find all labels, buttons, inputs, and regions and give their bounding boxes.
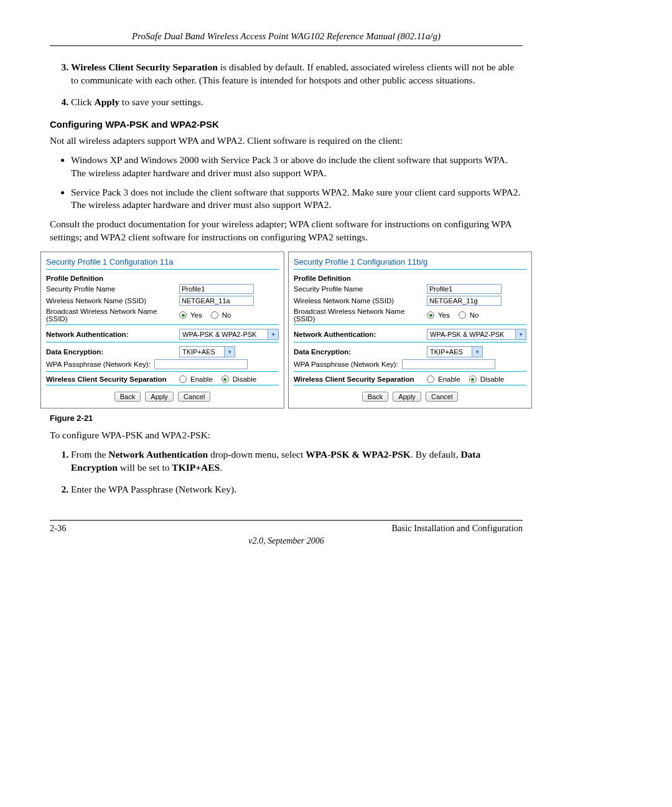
profile-name-input[interactable] bbox=[427, 284, 502, 294]
bold-span: WPA-PSK & WPA2-PSK bbox=[306, 449, 411, 460]
chevron-down-icon: ▾ bbox=[224, 347, 235, 357]
back-button[interactable]: Back bbox=[362, 392, 388, 402]
chevron-down-icon: ▾ bbox=[515, 329, 526, 339]
cancel-button[interactable]: Cancel bbox=[178, 392, 210, 402]
paragraph: Consult the product documentation for yo… bbox=[50, 218, 523, 244]
header-rule bbox=[50, 45, 523, 46]
list-item: Service Pack 3 does not include the clie… bbox=[71, 186, 523, 212]
radio-disable[interactable] bbox=[222, 375, 229, 383]
back-button[interactable]: Back bbox=[114, 392, 141, 402]
list-item: Windows XP and Windows 2000 with Service… bbox=[71, 154, 523, 180]
radio-no[interactable] bbox=[459, 311, 466, 319]
field-label: Wireless Network Name (SSID) bbox=[46, 297, 177, 304]
text: Click bbox=[71, 97, 94, 107]
divider bbox=[294, 324, 526, 325]
auth-select[interactable]: WPA-PSK & WPA2-PSK ▾ bbox=[427, 329, 526, 340]
field-label: Wireless Client Security Separation bbox=[46, 375, 177, 383]
auth-select[interactable]: WPA-PSK & WPA2-PSK ▾ bbox=[179, 329, 279, 340]
divider bbox=[294, 385, 526, 385]
radio-label: No bbox=[470, 311, 479, 319]
numbered-list-steps: From the Network Authentication drop-dow… bbox=[50, 448, 523, 496]
list-item-2: Enter the WPA Passphrase (Network Key). bbox=[71, 483, 523, 496]
radio-label: Yes bbox=[190, 311, 202, 319]
divider bbox=[46, 385, 279, 385]
select-value: TKIP+AES bbox=[430, 348, 463, 356]
divider bbox=[46, 269, 279, 270]
divider bbox=[294, 342, 526, 342]
select-value: WPA-PSK & WPA2-PSK bbox=[182, 331, 256, 338]
button-row: Back Apply Cancel bbox=[294, 392, 526, 402]
section-label: Profile Definition bbox=[294, 275, 526, 282]
select-value: WPA-PSK & WPA2-PSK bbox=[430, 331, 504, 338]
field-label: Broadcast Wireless Network Name (SSID) bbox=[294, 308, 424, 323]
footer-version: v2.0, September 2006 bbox=[50, 536, 523, 546]
bold-span: TKIP+AES bbox=[172, 462, 220, 473]
text: . bbox=[220, 462, 222, 473]
field-label: Security Profile Name bbox=[46, 285, 177, 293]
chevron-down-icon: ▾ bbox=[268, 329, 278, 339]
list-item-3: Wireless Client Security Separation is d… bbox=[71, 61, 523, 87]
field-label: WPA Passphrase (Network Key): bbox=[46, 361, 152, 368]
doc-header: ProSafe Dual Band Wireless Access Point … bbox=[50, 31, 523, 42]
button-row: Back Apply Cancel bbox=[46, 392, 279, 402]
field-label: Wireless Client Security Separation bbox=[294, 375, 424, 383]
text: drop-down menu, select bbox=[208, 449, 306, 460]
radio-label: Enable bbox=[190, 375, 213, 383]
field-label: WPA Passphrase (Network Key): bbox=[294, 361, 399, 368]
encryption-select[interactable]: TKIP+AES ▾ bbox=[179, 346, 235, 357]
passphrase-input[interactable] bbox=[402, 359, 495, 369]
divider bbox=[46, 324, 279, 325]
radio-yes[interactable] bbox=[427, 311, 434, 319]
footer-rule bbox=[50, 520, 523, 521]
divider bbox=[46, 371, 279, 372]
radio-label: Disable bbox=[480, 375, 504, 383]
field-label: Data Encryption: bbox=[46, 348, 177, 356]
figure-caption: Figure 2-21 bbox=[50, 413, 523, 423]
passphrase-input[interactable] bbox=[154, 359, 248, 369]
panel-title: Security Profile 1 Configuration 11a bbox=[46, 257, 279, 267]
radio-no[interactable] bbox=[211, 311, 218, 319]
list-item-1: From the Network Authentication drop-dow… bbox=[71, 448, 523, 474]
field-label: Network Authentication: bbox=[46, 331, 177, 338]
radio-label: Enable bbox=[438, 375, 460, 383]
bullet-list: Windows XP and Windows 2000 with Service… bbox=[50, 154, 523, 212]
ssid-input[interactable] bbox=[179, 296, 254, 306]
apply-button[interactable]: Apply bbox=[393, 392, 421, 402]
encryption-select[interactable]: TKIP+AES ▾ bbox=[427, 346, 483, 357]
field-label: Wireless Network Name (SSID) bbox=[294, 297, 424, 304]
cancel-button[interactable]: Cancel bbox=[426, 392, 458, 402]
divider bbox=[46, 342, 279, 342]
paragraph: To configure WPA-PSK and WPA2-PSK: bbox=[50, 429, 523, 442]
config-panel-11a: Security Profile 1 Configuration 11a Pro… bbox=[40, 252, 284, 408]
radio-label: Yes bbox=[438, 311, 450, 319]
field-label: Network Authentication: bbox=[294, 331, 424, 338]
radio-yes[interactable] bbox=[179, 311, 187, 319]
text: will be set to bbox=[118, 462, 172, 473]
config-panel-11bg: Security Profile 1 Configuration 11b/g P… bbox=[288, 252, 532, 408]
chevron-down-icon: ▾ bbox=[472, 347, 482, 357]
select-value: TKIP+AES bbox=[182, 348, 215, 356]
panel-title: Security Profile 1 Configuration 11b/g bbox=[294, 257, 526, 267]
bold-span: Wireless Client Security Separation bbox=[71, 62, 218, 72]
radio-enable[interactable] bbox=[179, 375, 187, 383]
paragraph: Not all wireless adapters support WPA an… bbox=[50, 134, 523, 148]
radio-disable[interactable] bbox=[469, 375, 477, 383]
ssid-input[interactable] bbox=[427, 296, 502, 306]
text: . By default, bbox=[411, 449, 461, 460]
page-number: 2-36 bbox=[50, 523, 67, 534]
bold-span: Network Authentication bbox=[108, 449, 208, 460]
apply-button[interactable]: Apply bbox=[145, 392, 174, 402]
field-label: Broadcast Wireless Network Name (SSID) bbox=[46, 308, 177, 323]
divider bbox=[294, 269, 526, 270]
divider bbox=[294, 371, 526, 372]
field-label: Data Encryption: bbox=[294, 348, 424, 356]
text: From the bbox=[71, 449, 108, 460]
numbered-list-top: Wireless Client Security Separation is d… bbox=[50, 61, 523, 109]
profile-name-input[interactable] bbox=[179, 284, 254, 294]
radio-enable[interactable] bbox=[427, 375, 434, 383]
figure-panels: Security Profile 1 Configuration 11a Pro… bbox=[50, 252, 523, 408]
radio-label: No bbox=[222, 311, 231, 319]
bold-span: Apply bbox=[94, 97, 119, 107]
field-label: Security Profile Name bbox=[294, 285, 424, 293]
footer-section: Basic Installation and Configuration bbox=[391, 523, 523, 534]
